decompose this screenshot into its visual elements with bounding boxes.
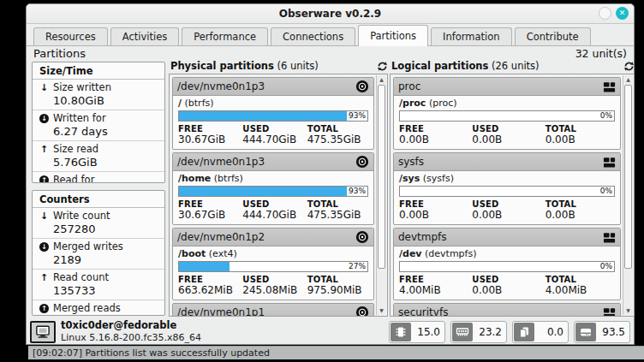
- mount-point: /dev: [399, 248, 422, 259]
- tab-performance[interactable]: Performance: [182, 27, 268, 45]
- partition-card-header[interactable]: proc: [394, 78, 620, 96]
- mount-point: /home: [178, 173, 211, 184]
- disk-value: 93.5: [597, 326, 629, 338]
- mount-line: /boot (ext4): [178, 248, 368, 259]
- logical-scrollbar[interactable]: ▲ ▼: [623, 75, 633, 315]
- host-info: t0xic0der@fedorable Linux 5.16.8-200.fc3…: [61, 320, 201, 343]
- mount-line: /home (btrfs): [178, 173, 368, 184]
- scroll-up-icon[interactable]: ▲: [623, 75, 633, 84]
- logical-drive-icon: [603, 156, 616, 169]
- free-value: 4.00MiB: [399, 284, 468, 296]
- scroll-up-icon[interactable]: ▲: [377, 75, 386, 84]
- used-label: USED: [242, 275, 303, 284]
- stat-row-size-read: ↑Size read 5.76GiB: [33, 141, 164, 172]
- mount-line: /dev (devtmpfs): [399, 248, 615, 259]
- total-label: TOTAL: [307, 275, 368, 284]
- scroll-down-icon[interactable]: ▼: [377, 306, 386, 315]
- partition-card-header[interactable]: /dev/nvme0n1p1: [173, 304, 373, 317]
- free-value: 663.62MiB: [178, 284, 239, 296]
- usage-progressbar: 93%: [178, 110, 368, 122]
- partition-device-name: securityfs: [398, 306, 448, 317]
- stat-label: Size read: [53, 143, 98, 155]
- tab-contribute[interactable]: Contribute: [515, 27, 591, 45]
- stat-label: Write count: [53, 210, 110, 222]
- partition-card-header[interactable]: securityfs: [394, 304, 620, 317]
- computer-icon: [30, 321, 56, 343]
- free-label: FREE: [399, 199, 468, 209]
- usage-percent: 0%: [599, 262, 614, 271]
- refresh-logical-button[interactable]: [623, 60, 635, 72]
- scrollbar-thumb[interactable]: [624, 85, 632, 269]
- partition-device-name: devtmpfs: [398, 231, 447, 243]
- usage-percent: 0%: [599, 187, 614, 196]
- stat-row-read-for: ↑Read for 13.45 hours: [33, 172, 164, 183]
- used-value: 0.00B: [472, 284, 541, 296]
- logical-partitions-panel: proc /proc (proc) 0% FREE0.00B USED0.00B…: [390, 74, 635, 317]
- partition-card-header[interactable]: /dev/nvme0n1p3: [173, 78, 373, 96]
- filesystem-type: (sysfs): [423, 173, 454, 184]
- partition-card: /dev/nvme0n1p2 /boot (ext4) 27% FREE663.…: [172, 228, 374, 300]
- disc-icon: [355, 80, 369, 93]
- ram-icon: [452, 323, 473, 341]
- used-label: USED: [472, 199, 541, 209]
- swap-stat-tile: 0.0: [512, 321, 569, 343]
- usage-progressbar: 0%: [399, 186, 615, 197]
- tab-partitions[interactable]: Partitions: [358, 25, 428, 46]
- titlebar[interactable]: Obserware v0.2.9 ✕: [27, 4, 634, 24]
- logical-drive-icon: [603, 306, 616, 317]
- tab-information[interactable]: Information: [431, 27, 512, 45]
- counters-title: Counters: [33, 191, 164, 208]
- tab-activities[interactable]: Activities: [110, 27, 179, 45]
- partition-card-body: /boot (ext4) 27% FREE663.62MiB USED245.0…: [173, 246, 373, 300]
- kernel-version: Linux 5.16.8-200.fc35.x86_64: [61, 332, 201, 343]
- free-label: FREE: [399, 124, 468, 134]
- partition-card-header[interactable]: /dev/nvme0n1p3: [173, 153, 373, 171]
- used-label: USED: [242, 199, 303, 209]
- close-button[interactable]: ✕: [616, 7, 629, 20]
- status-message: [09:02:07] Partitions list was successfu…: [33, 347, 270, 359]
- physical-panel-header: Physical partitions (6 units): [170, 59, 388, 73]
- partition-card-body: /dev (devtmpfs) 0% FREE4.00MiB USED0.00B…: [394, 246, 620, 300]
- counters-box: Counters ↓Write count 257280 ↓Merged wri…: [32, 190, 165, 316]
- usage-progressbar: 0%: [399, 261, 615, 272]
- partition-device-name: proc: [398, 80, 420, 92]
- partition-card: devtmpfs /dev (devtmpfs) 0% FREE4.00MiB …: [393, 228, 621, 300]
- arrow-up-icon: ↑: [39, 144, 49, 155]
- total-value: 475.35GiB: [307, 209, 368, 221]
- partition-device-name: /dev/nvme0n1p3: [177, 156, 265, 168]
- used-label: USED: [472, 275, 541, 284]
- usage-percent: 93%: [347, 111, 367, 121]
- close-icon: ✕: [619, 9, 626, 17]
- logical-panel-header: Logical partitions (26 units): [391, 59, 635, 73]
- total-label: TOTAL: [307, 199, 368, 209]
- filesystem-type: (btrfs): [214, 173, 243, 184]
- partition-card-header[interactable]: sysfs: [394, 153, 620, 171]
- physical-title-text: Physical partitions: [170, 60, 274, 72]
- partition-card-header[interactable]: devtmpfs: [394, 228, 620, 246]
- used-value: 444.70GiB: [242, 134, 303, 145]
- refresh-icon: [377, 61, 388, 72]
- refresh-physical-button[interactable]: [376, 60, 388, 72]
- scroll-down-icon[interactable]: ▼: [623, 306, 633, 315]
- minimize-button[interactable]: [599, 7, 611, 20]
- stat-row-written-for: ↓Written for 6.27 days: [33, 110, 164, 141]
- total-value: 4.00MiB: [546, 284, 615, 296]
- window-title: Obserware v0.2.9: [279, 8, 381, 20]
- filesystem-type: (proc): [429, 98, 457, 109]
- stat-label: Written for: [53, 112, 106, 124]
- window-controls: ✕: [599, 7, 629, 20]
- scrollbar-thumb[interactable]: [378, 85, 385, 269]
- partition-card-header[interactable]: /dev/nvme0n1p2: [173, 228, 373, 246]
- mount-point: /proc: [399, 98, 426, 109]
- tab-resources[interactable]: Resources: [33, 27, 108, 45]
- total-label: TOTAL: [546, 199, 615, 209]
- filesystem-type: (btrfs): [185, 98, 214, 109]
- logical-count: (26 units): [492, 60, 540, 72]
- stat-value: 2189: [39, 253, 158, 266]
- swap-value: 0.0: [535, 326, 568, 338]
- stat-label: Merged writes: [53, 240, 123, 252]
- tab-connections[interactable]: Connections: [271, 27, 355, 45]
- used-value: 0.00B: [472, 209, 541, 221]
- physical-scrollbar[interactable]: ▲ ▼: [376, 75, 386, 315]
- mount-line: /sys (sysfs): [399, 173, 615, 184]
